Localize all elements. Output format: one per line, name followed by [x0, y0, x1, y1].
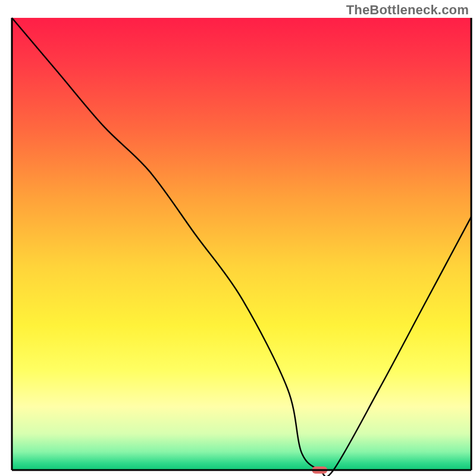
chart-container: TheBottleneck.com [0, 0, 476, 476]
bottleneck-chart [0, 0, 476, 476]
gradient-background [12, 18, 471, 470]
